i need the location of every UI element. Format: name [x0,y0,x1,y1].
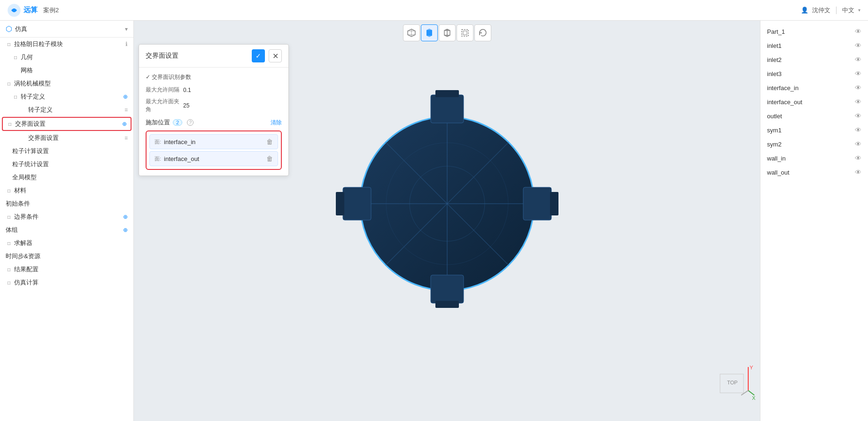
right-panel: Part_1 👁 inlet1 👁 inlet2 👁 inlet3 👁 inte… [760,21,868,421]
eye-icon-sym2[interactable]: 👁 [855,140,861,148]
delete-interface-in-btn[interactable]: 🗑 [266,138,273,145]
interface-item-out[interactable]: 面: interface_out 🗑 [149,151,278,166]
sidebar-item-boundary[interactable]: □ 边界条件 ⊕ [0,210,133,223]
eye-icon-inlet3[interactable]: 👁 [855,70,861,77]
view-solid-btn[interactable] [421,24,438,41]
expand-icon: □ [6,266,12,273]
right-list-item-interface_out[interactable]: interface_out 👁 [760,95,868,109]
sidebar-item-mesh[interactable]: 网格 [0,64,133,77]
language[interactable]: 中文 [842,6,854,15]
right-item-label: inlet1 [767,42,782,49]
sidebar-title: 仿真 [15,25,27,33]
dialog-confirm-btn[interactable]: ✓ [252,49,265,62]
right-item-label: sym1 [767,127,782,134]
right-list-item-inlet3[interactable]: inlet3 👁 [760,67,868,81]
sidebar-item-particle-stat[interactable]: 粒子统计设置 [0,158,133,171]
field1-label: 最大允许间隔 [146,86,183,94]
right-icon-plus[interactable]: ⊕ [122,121,127,127]
sidebar-item-rotor-def[interactable]: □ 转子定义 ⊕ [0,90,133,103]
expand-icon: □ [6,80,12,87]
sidebar-collapse-icon[interactable]: ▾ [125,26,128,32]
expand-icon: □ [6,279,12,286]
right-item-label: sym2 [767,141,782,148]
sidebar-item-geometry[interactable]: □ 几何 [0,51,133,64]
app-logo[interactable]: 远算 [8,4,38,17]
eye-icon-wall_in[interactable]: 👁 [855,154,861,162]
right-icon-plus[interactable]: ⊕ [123,214,128,220]
svg-line-24 [748,390,754,395]
eye-icon-inlet2[interactable]: 👁 [855,56,861,63]
view-reset-btn[interactable] [474,24,491,41]
right-item-label: wall_out [767,169,790,176]
dialog-section2: 施加位置 2 ? 清除 面: interface_in [146,118,282,170]
right-icon-plus[interactable]: ⊕ [123,93,128,100]
right-list-item-wall_out[interactable]: wall_out 👁 [760,165,868,179]
item-label: 拉格朗日粒子模块 [14,40,125,48]
lang-chevron[interactable]: ▾ [858,8,860,13]
eye-icon-wall_out[interactable]: 👁 [855,168,861,176]
right-list-item-wall_in[interactable]: wall_in 👁 [760,151,868,165]
clear-button[interactable]: 清除 [271,119,282,127]
item-label: 体组 [6,226,123,234]
case-name[interactable]: 案例2 [43,6,59,15]
right-list-item-part1[interactable]: Part_1 👁 [760,24,868,38]
dialog-body: ✓ 交界面识别参数 最大允许间隔 0.1 最大允许面夹角 25 施加位置 2 [139,68,288,176]
dialog-close-btn[interactable]: ✕ [269,49,282,62]
logo-icon [8,4,21,17]
item-label: 初始条件 [6,199,128,208]
right-icon-plus[interactable]: ⊕ [123,227,128,233]
sidebar-item-init[interactable]: 初始条件 [0,197,133,210]
eye-icon-part1[interactable]: 👁 [855,28,861,35]
eye-icon-inlet1[interactable]: 👁 [855,42,861,49]
main-viewport: TOP Y X 交界面设置 ✓ ✕ ✓ 交界面识别参数 最大允许间隔 [134,21,760,421]
eye-icon-sym1[interactable]: 👁 [855,126,861,134]
user-name[interactable]: 沈仲文 [812,6,830,15]
sidebar-item-interface-sub[interactable]: 交界面设置 ≡ [0,131,133,145]
right-item-label: interface_in [767,84,798,92]
view-wireframe-btn[interactable] [439,24,456,41]
sidebar-item-turbine[interactable]: □ 涡轮机械模型 [0,77,133,90]
right-list-item-inlet2[interactable]: inlet2 👁 [760,53,868,67]
sidebar-item-particle-calc[interactable]: 粒子计算设置 [0,145,133,158]
sidebar-item-lagrange[interactable]: □ 拉格朗日粒子模块 ℹ [0,38,133,51]
item-label: 几何 [21,53,128,61]
view-perspective-btn[interactable] [403,24,420,41]
expand-icon: □ [12,93,19,100]
user-icon: 👤 [801,7,808,14]
sidebar-item-body[interactable]: 体组 ⊕ [0,223,133,237]
right-item-label: Part_1 [767,28,785,35]
field2-value: 25 [183,102,189,109]
view-ortho-btn[interactable] [457,24,473,41]
right-list-item-outlet[interactable]: outlet 👁 [760,109,868,123]
sidebar-item-time[interactable]: 时间步&资源 [0,250,133,263]
interface-in-name: interface_in [164,138,195,145]
sidebar-item-global-model[interactable]: 全局模型 [0,171,133,184]
right-list-item-sym1[interactable]: sym1 👁 [760,123,868,137]
svg-text:Y: Y [750,365,753,370]
sidebar-item-material[interactable]: □ 材料 [0,184,133,197]
expand-icon: □ [12,54,19,61]
delete-interface-out-btn[interactable]: 🗑 [266,155,273,162]
item-label: 转子定义 [21,92,123,101]
sidebar-item-interface-setting[interactable]: □ 交界面设置 ⊕ [2,117,132,131]
svg-rect-3 [463,31,467,35]
item-label: 粒子统计设置 [12,160,128,168]
eye-icon-interface_out[interactable]: 👁 [855,98,861,106]
left-sidebar: ⬡ 仿真 ▾ □ 拉格朗日粒子模块 ℹ □ 几何 网格 □ 涡轮机械模型 □ [0,21,134,421]
eye-icon-interface_in[interactable]: 👁 [855,84,861,92]
sidebar-item-rotor-def-sub[interactable]: 转子定义 ≡ [0,103,133,116]
sidebar-item-sim-calc[interactable]: □ 仿真计算 [0,276,133,289]
svg-rect-13 [435,301,459,308]
right-item-label: outlet [767,113,782,120]
divider [836,7,837,14]
right-list-item-interface_in[interactable]: interface_in 👁 [760,81,868,95]
right-list-item-inlet1[interactable]: inlet1 👁 [760,38,868,53]
info-icon[interactable]: ? [187,119,194,126]
sidebar-item-result[interactable]: □ 结果配置 [0,263,133,276]
item-label: 交界面设置 [15,120,122,128]
interface-item-in[interactable]: 面: interface_in 🗑 [149,134,278,149]
eye-icon-outlet[interactable]: 👁 [855,112,861,120]
right-list-item-sym2[interactable]: sym2 👁 [760,137,868,151]
expand-icon: □ [6,240,12,246]
sidebar-item-solver[interactable]: □ 求解器 [0,237,133,250]
